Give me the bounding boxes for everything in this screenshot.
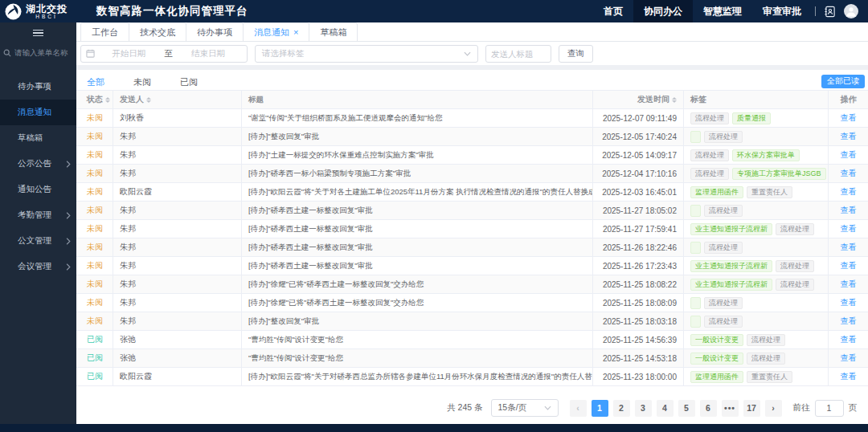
- content-tab[interactable]: 待办事项: [186, 22, 244, 41]
- sender-cell: 朱邦: [113, 275, 241, 293]
- status-badge: 未阅: [87, 205, 103, 216]
- page-button[interactable]: 17: [743, 400, 760, 417]
- content-tabbar: 工作台 技术交底 待办事项 消息通知 × 草稿箱: [76, 22, 868, 42]
- top-nav-item[interactable]: 首页: [593, 0, 633, 22]
- status-badge: 未阅: [87, 223, 103, 234]
- status-badge: 已阅: [87, 371, 103, 382]
- title-cell: "谢堂"传阅"关于组织桥面系及施工便道观摩会的通知"给您: [241, 109, 592, 127]
- page-button[interactable]: 4: [657, 400, 674, 417]
- content-tab[interactable]: 消息通知 ×: [243, 22, 309, 41]
- sidebar-item[interactable]: 公文管理: [0, 228, 76, 254]
- page-size-select[interactable]: 15条/页: [491, 399, 559, 417]
- content-tab[interactable]: 技术交底: [129, 22, 186, 41]
- view-link[interactable]: 查看: [841, 149, 857, 161]
- top-nav-item[interactable]: 智慧监理: [693, 0, 752, 22]
- view-link[interactable]: 查看: [841, 168, 857, 179]
- tab-close-icon[interactable]: ×: [293, 28, 298, 37]
- date-separator: 至: [162, 48, 174, 59]
- tags-cell: 流程处理: [683, 294, 828, 312]
- content-tab[interactable]: 草稿箱: [309, 22, 358, 41]
- time-cell: 2025-11-25 14:53:18: [592, 349, 683, 367]
- view-link[interactable]: 查看: [841, 242, 857, 253]
- sidebar-item[interactable]: 会议管理: [0, 254, 76, 279]
- goto-page-input[interactable]: [815, 400, 844, 417]
- title-cell: [待办]"徐耀"已将"硚孝西土建一标整改回复"交办给您: [241, 294, 592, 312]
- sidebar-item[interactable]: 考勤管理: [0, 202, 76, 228]
- logo-text: 湖北交投 HBCI: [26, 4, 68, 19]
- view-link[interactable]: 查看: [841, 297, 857, 308]
- date-range-picker[interactable]: 开始日期 至 结束日期: [80, 45, 248, 63]
- sidebar-item[interactable]: 通知公告: [0, 177, 76, 202]
- prev-page-button[interactable]: ‹: [570, 400, 587, 417]
- tag: 监理通用函件: [690, 371, 743, 383]
- chevron-right-icon: [66, 212, 71, 219]
- status-badge: 未阅: [87, 260, 103, 271]
- content-tab[interactable]: 工作台: [80, 22, 129, 41]
- sidebar-collapse-button[interactable]: [0, 22, 76, 43]
- logo-sub-name: HBCI: [26, 14, 68, 19]
- sort-icon[interactable]: [105, 97, 110, 103]
- view-link[interactable]: 查看: [841, 334, 857, 345]
- top-nav-item[interactable]: 审查审批: [752, 0, 812, 22]
- tags-cell: 业主通知通报子流程新流程处理: [683, 275, 828, 293]
- page-button[interactable]: 2: [613, 400, 630, 417]
- status-badge: 未阅: [87, 316, 103, 327]
- sender-cell: 朱邦: [113, 165, 241, 182]
- time-cell: 2025-11-27 17:59:41: [592, 220, 683, 238]
- view-link[interactable]: 查看: [841, 316, 857, 327]
- title-cell: [待办]"欧阳云霞"将"关于对各土建施工单位2025年11月份方案 执行情况检查…: [241, 183, 592, 201]
- view-link[interactable]: 查看: [841, 205, 857, 216]
- view-link[interactable]: 查看: [841, 186, 857, 198]
- page-button[interactable]: 6: [700, 400, 717, 417]
- top-nav-item[interactable]: 协同办公: [633, 0, 693, 22]
- read-filter-tab[interactable]: 已阅: [180, 77, 198, 87]
- view-link[interactable]: 查看: [841, 260, 857, 271]
- keyword-input[interactable]: [485, 45, 551, 63]
- menu-search-input[interactable]: 请输入菜单名称: [0, 43, 76, 63]
- page-button[interactable]: 5: [678, 400, 695, 417]
- view-link[interactable]: 查看: [841, 112, 857, 124]
- tags-cell: 监理通用函件重置责任人: [683, 183, 828, 201]
- page-button[interactable]: •••: [722, 400, 739, 417]
- sidebar-item[interactable]: 待办事项: [0, 74, 76, 100]
- time-cell: 2025-12-05 14:09:17: [592, 146, 683, 164]
- view-link[interactable]: 查看: [841, 371, 857, 382]
- logo: 湖北交投 HBCI: [0, 3, 74, 20]
- tag: 流程处理: [704, 242, 743, 254]
- column-header-sender[interactable]: 发送人: [113, 91, 241, 108]
- sender-cell: 朱邦: [113, 257, 241, 275]
- time-cell: 2025-12-07 09:11:49: [592, 109, 683, 127]
- page-button[interactable]: 1: [592, 400, 608, 417]
- page-button[interactable]: 3: [635, 400, 652, 417]
- sidebar-item[interactable]: 消息通知: [0, 100, 76, 125]
- column-header-time[interactable]: 发送时间: [592, 91, 683, 108]
- table-row: 未阅 朱邦 [待办]"徐耀"已将"硚孝西土建一标整改回复"交办给您 2025-1…: [76, 294, 868, 312]
- search-button[interactable]: 查询: [559, 45, 593, 63]
- sender-cell: 朱邦: [113, 128, 241, 145]
- view-link[interactable]: 查看: [841, 279, 857, 290]
- tag: 一般设计变更: [690, 334, 743, 346]
- view-link[interactable]: 查看: [841, 353, 857, 364]
- column-header-status[interactable]: 状态: [76, 91, 113, 108]
- read-filter-tab[interactable]: 全部: [87, 77, 104, 87]
- view-link[interactable]: 查看: [841, 223, 857, 234]
- sidebar-item[interactable]: 草稿箱: [0, 125, 76, 151]
- tag: 监理通用函件: [690, 186, 743, 198]
- user-avatar[interactable]: [844, 4, 858, 18]
- view-link[interactable]: 查看: [841, 131, 857, 142]
- status-badge: 未阅: [87, 242, 103, 253]
- tag: 质量通报: [732, 112, 771, 124]
- contacts-book-icon[interactable]: [824, 6, 836, 18]
- next-page-button[interactable]: ›: [765, 400, 782, 417]
- app: 湖北交投 HBCI 数智高路一体化协同管理平台 首页协同办公智慧监理审查审批: [0, 0, 868, 432]
- tag-select[interactable]: 请选择标签: [255, 45, 478, 63]
- read-filter-tab[interactable]: 未阅: [133, 77, 151, 87]
- time-cell: 2025-11-25 18:03:18: [592, 312, 683, 330]
- sender-cell: 朱邦: [113, 294, 241, 312]
- sort-icon[interactable]: [146, 97, 151, 103]
- sort-icon[interactable]: [672, 97, 677, 103]
- chevron-right-icon: [66, 238, 71, 245]
- tag: 环水保方案审批单: [732, 149, 800, 161]
- mark-all-read-button[interactable]: 全部已读: [821, 75, 865, 88]
- sidebar-item[interactable]: 公示公告: [0, 151, 76, 177]
